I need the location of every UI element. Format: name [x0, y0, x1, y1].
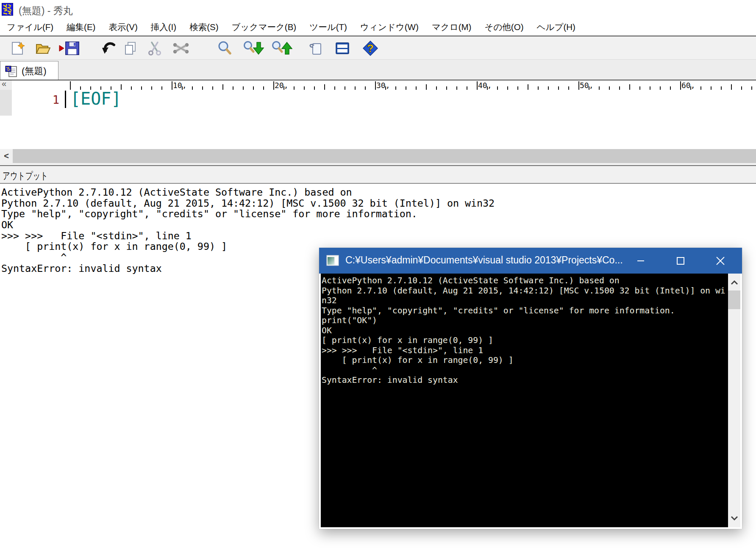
maximize-button[interactable]: [661, 248, 700, 274]
menu-item[interactable]: ブックマーク(B): [231, 21, 296, 33]
menu-bar: ファイル(F)編集(E)表示(V)挿入(I)検索(S)ブックマーク(B)ツール(…: [0, 19, 756, 36]
ruler-tick: [324, 84, 325, 90]
tag-jump-icon[interactable]: [308, 41, 323, 56]
output-panel-title: アウトプット: [3, 169, 48, 183]
ruler-tick: [355, 86, 356, 90]
svg-text:?: ?: [367, 42, 374, 55]
window-title: (無題) - 秀丸: [19, 4, 73, 17]
ruler-tick: [426, 84, 427, 90]
ruler-tick: [467, 86, 467, 90]
ruler-tick: [528, 84, 528, 90]
console-line: ^: [322, 365, 725, 376]
document-icon: [5, 65, 17, 77]
ruler-tick: [721, 86, 722, 90]
console-scrollbar[interactable]: [728, 274, 740, 527]
maximize-icon: [676, 256, 685, 266]
split-window-icon[interactable]: [335, 41, 350, 56]
output-line: Type "help", "copyright", "credits" or "…: [1, 208, 495, 219]
copy-icon[interactable]: [123, 41, 138, 56]
ruler-tick: [161, 86, 162, 90]
menu-item[interactable]: ウィンドウ(W): [360, 21, 419, 33]
new-file-icon[interactable]: [10, 41, 25, 56]
menu-item[interactable]: 表示(V): [108, 21, 137, 33]
minimize-button[interactable]: [621, 248, 661, 274]
ruler-tick: [660, 86, 661, 90]
ruler-tick: [446, 86, 447, 90]
ruler-label: 20,: [275, 81, 289, 90]
search-up-icon[interactable]: [271, 41, 292, 56]
horizontal-scrollbar[interactable]: <: [0, 149, 756, 163]
ruler-tick: [538, 86, 539, 90]
output-line: Python 2.7.10 (default, Aug 21 2015, 14:…: [1, 198, 495, 209]
console-window[interactable]: C:¥Users¥admin¥Documents¥visual studio 2…: [319, 248, 742, 529]
ruler-tick: [345, 86, 345, 90]
eof-marker: [EOF]: [70, 89, 121, 108]
line-number: 1: [40, 93, 59, 106]
ruler-tick: [731, 84, 732, 90]
scroll-left-button[interactable]: <: [0, 149, 13, 163]
collapse-chevron-icon[interactable]: «: [2, 79, 6, 89]
cut-icon[interactable]: [147, 41, 163, 56]
ruler-tick: [609, 86, 610, 90]
console-line: n32: [322, 296, 725, 306]
output-panel-header: アウトプット: [0, 166, 756, 184]
scrollbar-thumb[interactable]: [728, 291, 740, 309]
menu-item[interactable]: ファイル(F): [7, 21, 53, 33]
ruler-tick: [670, 86, 671, 90]
menu-item[interactable]: ヘルプ(H): [536, 21, 575, 33]
undo-icon[interactable]: [101, 41, 117, 56]
ruler-tick: [507, 86, 508, 90]
ruler-tick: [406, 86, 406, 90]
search-icon[interactable]: [217, 41, 232, 56]
scroll-up-button[interactable]: [728, 274, 740, 291]
ruler-tick: [375, 81, 376, 90]
ruler-tick: [304, 86, 305, 90]
menu-item[interactable]: 検索(S): [189, 21, 218, 33]
ruler-label: 40,: [478, 81, 492, 90]
ruler-tick: [700, 86, 701, 90]
console-line: print("OK"): [322, 315, 725, 326]
ruler-tick: [711, 86, 712, 90]
console-title: C:¥Users¥admin¥Documents¥visual studio 2…: [345, 255, 623, 266]
console-line: OK: [322, 326, 725, 336]
ruler-label: 30,: [376, 81, 390, 90]
ruler-tick: [233, 86, 233, 90]
console-body[interactable]: ActivePython 2.7.10.12 (ActiveState Soft…: [321, 274, 740, 527]
menu-item[interactable]: その他(O): [484, 21, 523, 33]
paste-icon[interactable]: [171, 41, 191, 56]
console-line: [ print(x) for x in range(0, 99) ]: [322, 335, 725, 346]
menu-item[interactable]: 挿入(I): [151, 21, 176, 33]
ruler-tick: [639, 86, 640, 90]
ruler-tick: [680, 81, 681, 90]
editor-area[interactable]: 1 [EOF]: [0, 90, 756, 149]
ruler-tick: [365, 86, 366, 90]
ruler-tick: [599, 86, 600, 90]
console-line: >>> >>> File "<stdin>", line 1: [322, 346, 725, 356]
console-line: Python 2.7.10 (default, Aug 21 2015, 14:…: [322, 286, 725, 296]
menu-item[interactable]: 編集(E): [67, 21, 95, 33]
search-down-icon[interactable]: [243, 41, 264, 56]
ruler-tick: [141, 86, 142, 90]
scroll-down-button[interactable]: [728, 509, 740, 527]
title-bar: (無題) - 秀丸: [0, 0, 756, 19]
ruler-tick: [243, 86, 244, 90]
menu-item[interactable]: マクロ(M): [432, 21, 472, 33]
tab-untitled[interactable]: (無題): [0, 61, 58, 80]
help-icon[interactable]: ?: [363, 41, 378, 56]
close-button[interactable]: [700, 248, 740, 274]
text-caret: [65, 91, 66, 108]
menu-item[interactable]: ツール(T): [309, 21, 347, 33]
save-icon[interactable]: [58, 41, 81, 56]
pane-divider[interactable]: [0, 163, 756, 166]
ruler-tick: [578, 81, 579, 90]
console-line: Type "help", "copyright", "credits" or "…: [322, 306, 725, 316]
ruler-tick: [70, 81, 71, 90]
ruler-tick: [222, 84, 223, 90]
ruler-tick: [131, 86, 132, 90]
console-title-bar[interactable]: C:¥Users¥admin¥Documents¥visual studio 2…: [319, 248, 742, 274]
chevron-up-icon: [730, 280, 739, 285]
ruler-tick: [568, 86, 569, 90]
editor-left-margin: [0, 90, 12, 116]
open-folder-icon[interactable]: [35, 41, 50, 56]
ruler: « 10,20,30,40,50,60,: [0, 80, 756, 90]
